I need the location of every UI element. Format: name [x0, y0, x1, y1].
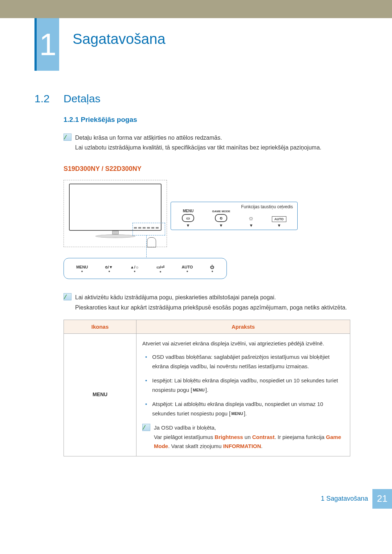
menu-inline-label: MENU: [230, 410, 244, 417]
power-icon: ⏻: [210, 265, 214, 269]
brightness-term: Brightness: [215, 434, 243, 440]
panel-up-bright: ▲/☼: [130, 265, 139, 272]
button-panel: MENU ⎋/▼ ▲/☼ ▭/⏎ AUTO ⏻: [64, 258, 227, 279]
diagram: Funkcijas taustiņu ceļvedis MENU ▭ ▾ GAM…: [64, 180, 358, 283]
section-title: Detaļas: [64, 93, 101, 105]
note-icon: [142, 424, 150, 431]
dashed-button-area: [132, 223, 165, 235]
note-line: Pieskaroties kaut kur apkārt izstrādājum…: [75, 303, 347, 312]
osd-guide-box: Funkcijas taustiņu ceļvedis MENU ▭ ▾ GAM…: [171, 202, 298, 230]
chevron-down-icon: ▾: [187, 223, 189, 227]
guide-col-game: GAME MODE ⎋ ▾: [212, 210, 230, 227]
note-line: Var pielāgot iestatījumus Brightness un …: [154, 432, 344, 451]
label-auto: AUTO: [181, 265, 193, 269]
txt: ].: [205, 387, 208, 393]
model-heading: S19D300NY / S22D300NY: [64, 165, 358, 173]
note-block-2: Lai aktivizētu kādu izstrādājuma pogu, p…: [64, 292, 358, 312]
note-line: Ja OSD vadība ir bloķēta,: [154, 423, 344, 432]
inline-note: Ja OSD vadība ir bloķēta, Var pielāgot i…: [142, 423, 344, 451]
information-term: INFORMATION: [223, 443, 261, 449]
page-footer: 1 Sagatavošana 21: [0, 489, 392, 509]
panel-menu: MENU: [76, 265, 88, 272]
table-row: MENU Atveriet vai aizveriet ekrāna displ…: [64, 333, 350, 456]
panel-source: ▭/⏎: [156, 265, 164, 272]
guide-col-menu: MENU ▭ ▾: [182, 209, 194, 227]
list-item: OSD vadības bloķēšana: saglabājiet pašre…: [145, 352, 344, 371]
auto-chip: AUTO: [272, 216, 286, 222]
menu-label: MENU: [93, 391, 107, 397]
gamepad-icon: ⎋: [215, 214, 227, 222]
panel-power: ⏻: [210, 265, 214, 272]
guide-title: Funkcijas taustiņu ceļvedis: [241, 204, 293, 209]
desc-p1: Atveriet vai aizveriet ekrāna displeja i…: [142, 339, 344, 348]
list-item: Atspējot: Lai atbloķētu ekrāna displeja …: [145, 399, 344, 418]
leader-line: [146, 235, 147, 257]
icons-table: Ikonas Apraksts MENU Atveriet vai aizver…: [64, 320, 350, 456]
brightness-icon: ☼: [248, 214, 254, 222]
page-content: 1.2 Detaļas 1.2.1 Priekšējās pogas Detaļ…: [0, 93, 392, 456]
panel-auto: AUTO: [181, 265, 193, 272]
source-enter-icon: ▭/⏎: [156, 265, 164, 270]
page-number: 21: [372, 489, 392, 509]
top-bar: [0, 0, 392, 18]
txt: un: [243, 434, 252, 440]
inline-note-text: Ja OSD vadība ir bloķēta, Var pielāgot i…: [154, 423, 344, 451]
footer-label: 1 Sagatavošana: [321, 495, 368, 502]
note-line: Detaļu krāsa un forma var atšķirties no …: [75, 133, 322, 143]
up-brightness-icon: ▲/☼: [130, 265, 139, 269]
txt: . Varat skatīt ziņojumu: [168, 443, 223, 449]
contrast-term: Contrast: [252, 434, 275, 440]
txt: Var pielāgot iestatījumus: [154, 434, 215, 440]
menu-icon: ▭: [182, 214, 194, 222]
section-heading: 1.2 Detaļas: [34, 93, 358, 105]
chapter-header: 1 Sagatavošana: [0, 18, 392, 71]
chevron-down-icon: ▾: [278, 223, 280, 227]
hand-icon: [147, 237, 156, 247]
panel-game-down: ⎋/▼: [105, 265, 113, 272]
label-menu: MENU: [183, 209, 193, 213]
chapter-title: Sagatavošana: [73, 31, 166, 47]
subsection-heading: 1.2.1 Priekšējās pogas: [64, 116, 358, 124]
menu-inline-label: MENU: [192, 387, 205, 394]
note-line: Lai uzlabotu izstrādājuma kvalitāti, tā …: [75, 143, 322, 152]
note-icon: [64, 134, 72, 141]
th-icons: Ikonas: [64, 320, 136, 333]
txt: . Ir pieejama funkcija: [274, 434, 326, 440]
section-number: 1.2: [34, 93, 64, 105]
list-item: Iespējot: Lai bloķētu ekrāna displeja va…: [145, 376, 344, 394]
chapter-number: 1: [37, 18, 59, 71]
guide-col-brightness: ☼ ▾: [248, 209, 254, 227]
bullet-text: Iespējot: Lai bloķētu ekrāna displeja va…: [152, 376, 344, 394]
bullet-text: OSD vadības bloķēšana: saglabājiet pašre…: [152, 352, 344, 371]
label-menu: MENU: [76, 265, 88, 269]
txt: ].: [244, 410, 247, 416]
chevron-down-icon: ▾: [220, 223, 222, 227]
chevron-down-icon: ▾: [250, 223, 252, 227]
bullet-text: Atspējot: Lai atbloķētu ekrāna displeja …: [152, 399, 344, 418]
cell-icon: MENU: [64, 333, 136, 456]
txt: .: [261, 443, 262, 449]
note-icon: [64, 293, 72, 300]
label-game-mode: GAME MODE: [212, 210, 230, 213]
game-down-icon: ⎋/▼: [105, 265, 113, 269]
guide-col-auto: AUTO ▾: [272, 211, 286, 227]
note-text: Lai aktivizētu kādu izstrādājuma pogu, p…: [75, 292, 347, 312]
txt: Iespējot: Lai bloķētu ekrāna displeja va…: [152, 377, 338, 393]
note-text: Detaļu krāsa un forma var atšķirties no …: [75, 133, 322, 152]
th-desc: Apraksts: [136, 320, 350, 333]
note-line: Lai aktivizētu kādu izstrādājuma pogu, p…: [75, 292, 347, 302]
cell-desc: Atveriet vai aizveriet ekrāna displeja i…: [136, 333, 350, 456]
note-block-1: Detaļu krāsa un forma var atšķirties no …: [64, 133, 358, 152]
